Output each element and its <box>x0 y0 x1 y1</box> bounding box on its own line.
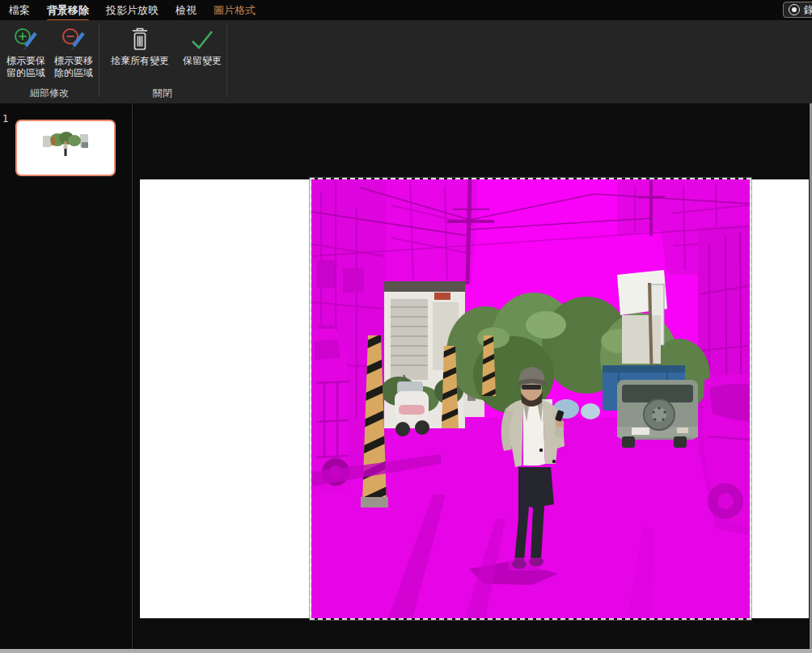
group-label-close: 關閉 <box>99 86 226 100</box>
discard-all-changes-label: 捨棄所有變更 <box>111 55 169 67</box>
mark-keep-icon <box>13 24 39 55</box>
keep-changes-button[interactable]: 保留變更 <box>179 23 226 86</box>
powerpoint-background-removal-window: 檔案 背景移除 投影片放映 檢視 圖片格式 錄 標示要保 留的區域 <box>0 0 812 653</box>
tab-view[interactable]: 檢視 <box>176 3 197 18</box>
mark-areas-to-remove-button[interactable]: 標示要移 除的區域 <box>50 23 97 86</box>
menu-bar: 檔案 背景移除 投影片放映 檢視 圖片格式 錄 <box>0 0 812 20</box>
record-button[interactable]: 錄 <box>783 2 812 18</box>
masked-upper-left-building <box>386 179 477 283</box>
selected-picture-background-removal[interactable] <box>311 179 750 618</box>
magenta-over-feet <box>509 558 546 571</box>
mark-keep-label-line1: 標示要保 <box>6 55 45 67</box>
mark-remove-label-line2: 除的區域 <box>54 67 93 79</box>
discard-all-changes-button[interactable]: 捨棄所有變更 <box>103 23 177 86</box>
mark-remove-icon <box>61 24 87 55</box>
mark-remove-label-line1: 標示要移 <box>54 55 93 67</box>
ribbon-group-divider <box>226 24 227 97</box>
keep-changes-label: 保留變更 <box>183 55 222 67</box>
record-button-label: 錄 <box>804 3 812 17</box>
slide-thumbnail-panel: 1 <box>0 103 133 649</box>
tab-background-removal[interactable]: 背景移除 <box>47 3 89 18</box>
trash-icon <box>129 24 150 55</box>
group-label-refine: 細部修改 <box>0 86 99 100</box>
street-photo-with-removal-overlay <box>311 179 750 618</box>
tab-picture-format[interactable]: 圖片格式 <box>214 3 256 18</box>
tab-slideshow[interactable]: 投影片放映 <box>106 3 159 18</box>
mark-areas-to-keep-button[interactable]: 標示要保 留的區域 <box>2 23 49 86</box>
menu-tabs: 檔案 背景移除 投影片放映 檢視 圖片格式 <box>0 0 812 20</box>
ribbon: 標示要保 留的區域 標示要移 除的區域 <box>0 20 812 103</box>
masked-sedan <box>703 374 750 529</box>
mark-keep-label-line2: 留的區域 <box>6 67 45 79</box>
slide-1-thumbnail[interactable] <box>15 120 116 176</box>
kept-suv <box>617 380 698 448</box>
slide-number: 1 <box>2 113 9 124</box>
slide-thumbnail-preview <box>36 128 95 168</box>
status-bar <box>0 649 812 653</box>
editing-canvas <box>133 103 812 649</box>
tab-file[interactable]: 檔案 <box>9 3 30 18</box>
check-icon <box>190 24 214 55</box>
record-icon <box>789 4 800 15</box>
slide-canvas <box>140 179 809 618</box>
